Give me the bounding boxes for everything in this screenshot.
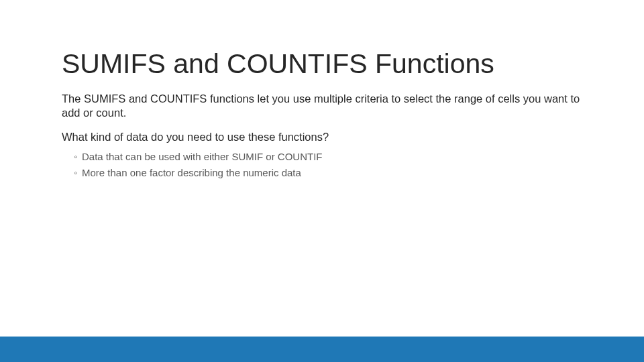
- list-item: More than one factor describing the nume…: [74, 166, 582, 180]
- intro-paragraph: The SUMIFS and COUNTIFS functions let yo…: [62, 92, 582, 121]
- list-item: Data that can be used with either SUMIF …: [74, 149, 582, 164]
- slide-title: SUMIFS and COUNTIFS Functions: [62, 48, 582, 80]
- slide-content: SUMIFS and COUNTIFS Functions The SUMIFS…: [0, 0, 644, 180]
- bullet-list: Data that can be used with either SUMIF …: [62, 149, 582, 180]
- bottom-accent-bar: [0, 337, 644, 362]
- question-text: What kind of data do you need to use the…: [62, 130, 582, 144]
